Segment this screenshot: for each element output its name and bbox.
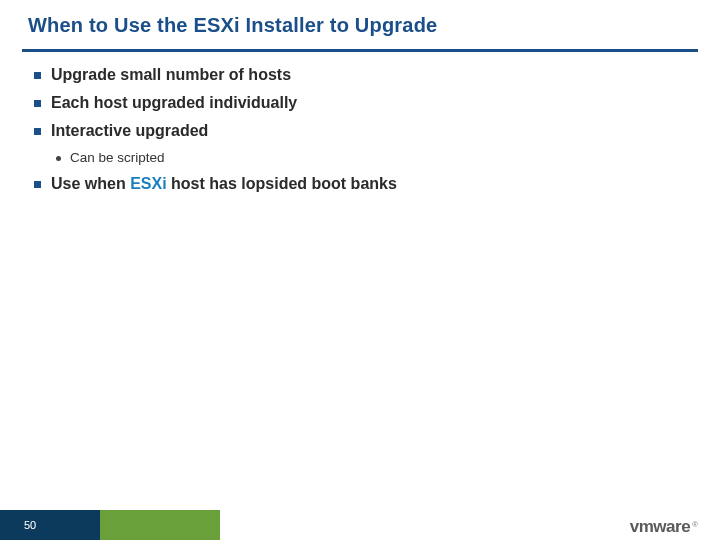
bullet-text: Each host upgraded individually xyxy=(51,94,297,112)
bullet-level-1: Each host upgraded individually xyxy=(34,94,690,112)
bullet-text: Can be scripted xyxy=(70,150,165,165)
bullet-level-1: Upgrade small number of hosts xyxy=(34,66,690,84)
square-bullet-icon xyxy=(34,100,41,107)
square-bullet-icon xyxy=(34,128,41,135)
square-bullet-icon xyxy=(34,181,41,188)
bullet-level-1: Interactive upgraded xyxy=(34,122,690,140)
bullet-level-2: Can be scripted xyxy=(56,150,690,165)
brand-text: vmware xyxy=(630,517,690,537)
page-number-box: 50 xyxy=(0,510,100,540)
bullet-text: Use when ESXi host has lopsided boot ban… xyxy=(51,175,397,193)
title-divider xyxy=(22,49,698,52)
square-bullet-icon xyxy=(34,72,41,79)
slide-title: When to Use the ESXi Installer to Upgrad… xyxy=(0,0,720,45)
bullet-text: Upgrade small number of hosts xyxy=(51,66,291,84)
dot-bullet-icon xyxy=(56,156,61,161)
content-area: Upgrade small number of hostsEach host u… xyxy=(0,66,720,193)
page-number: 50 xyxy=(24,519,36,531)
footer-accent xyxy=(100,510,220,540)
bullet-level-1: Use when ESXi host has lopsided boot ban… xyxy=(34,175,690,193)
bullet-text: Interactive upgraded xyxy=(51,122,208,140)
footer: 50 vmware ® xyxy=(0,510,720,540)
registered-mark: ® xyxy=(692,520,698,529)
brand-logo: vmware ® xyxy=(630,515,698,537)
